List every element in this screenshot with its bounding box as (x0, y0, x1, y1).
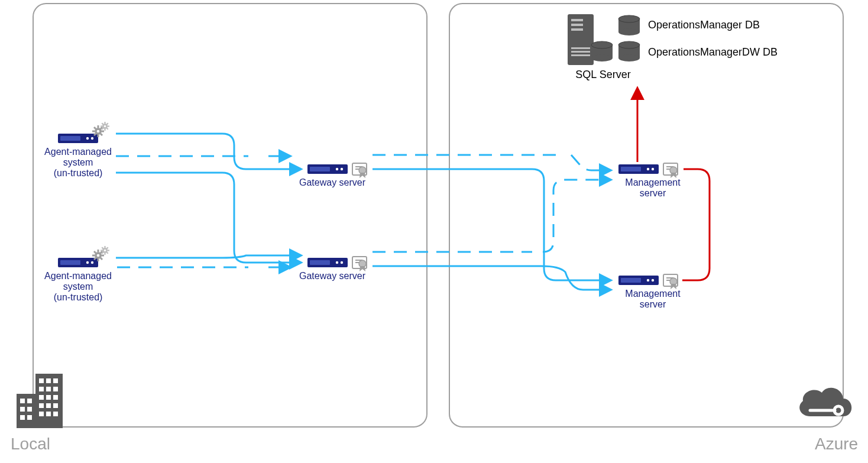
svg-text:system: system (63, 281, 93, 292)
svg-rect-74 (571, 54, 590, 56)
svg-rect-36 (53, 378, 58, 383)
agent-managed-system-1: Agent-managed system (un-trusted) (44, 122, 112, 178)
svg-rect-41 (46, 395, 51, 400)
svg-rect-54 (27, 415, 32, 420)
svg-text:server: server (640, 299, 666, 309)
svg-rect-50 (27, 399, 32, 403)
svg-rect-43 (39, 403, 44, 408)
gateway-server-2: Gateway server (299, 257, 367, 281)
azure-zone-label: Azure (815, 435, 858, 453)
svg-rect-53 (20, 415, 25, 420)
svg-rect-70 (571, 24, 583, 26)
svg-text:SQL Server: SQL Server (575, 69, 630, 80)
svg-rect-69 (571, 19, 583, 21)
svg-rect-35 (46, 378, 51, 383)
svg-rect-42 (53, 395, 58, 400)
svg-rect-37 (39, 387, 44, 391)
architecture-diagram: Local Azure Agent-managed system (un-tru… (0, 0, 868, 463)
management-server-2: Management server (618, 274, 681, 309)
svg-rect-45 (53, 403, 58, 408)
building-icon (17, 374, 63, 428)
svg-text:Agent-managed: Agent-managed (44, 271, 112, 281)
azure-zone-box (449, 4, 843, 427)
svg-rect-52 (27, 407, 32, 412)
svg-rect-49 (20, 399, 25, 403)
svg-text:(un-trusted): (un-trusted) (54, 292, 103, 302)
svg-rect-73 (571, 51, 590, 53)
svg-text:server: server (640, 188, 666, 198)
svg-text:Gateway server: Gateway server (299, 271, 366, 281)
svg-rect-51 (20, 407, 25, 412)
svg-rect-72 (571, 47, 590, 49)
svg-rect-47 (46, 412, 51, 416)
database-icon (618, 41, 640, 61)
flow-gateways-to-mgmt (373, 155, 610, 290)
local-zone-box (33, 4, 427, 427)
svg-rect-33 (17, 394, 37, 428)
svg-rect-48 (53, 412, 58, 416)
svg-rect-40 (39, 395, 44, 400)
local-zone-label: Local (11, 435, 50, 453)
svg-rect-34 (39, 378, 44, 383)
svg-rect-44 (46, 403, 51, 408)
svg-text:OperationsManagerDW DB: OperationsManagerDW DB (648, 46, 778, 58)
svg-rect-38 (46, 387, 51, 391)
svg-text:system: system (63, 157, 93, 167)
svg-text:OperationsManager DB: OperationsManager DB (648, 19, 760, 31)
gateway-server-1: Gateway server (299, 163, 367, 187)
svg-text:Agent-managed: Agent-managed (44, 147, 112, 157)
svg-rect-71 (571, 28, 583, 31)
database-icon (591, 41, 613, 61)
management-server-1: Management server (618, 163, 681, 198)
svg-text:Gateway server: Gateway server (299, 177, 366, 187)
sql-server-cluster: SQL Server OperationsManager DB Operatio… (568, 14, 778, 80)
database-icon (618, 15, 640, 35)
flow-agents-to-gateways (116, 134, 300, 273)
svg-text:(un-trusted): (un-trusted) (54, 168, 103, 178)
svg-text:Management: Management (625, 177, 681, 187)
svg-text:Management: Management (625, 289, 681, 299)
server-tower-icon (568, 14, 594, 65)
svg-rect-68 (568, 14, 594, 65)
agent-managed-system-2: Agent-managed system (un-trusted) (44, 246, 112, 302)
cloud-icon (799, 388, 851, 416)
svg-rect-39 (53, 387, 58, 391)
svg-rect-46 (39, 412, 44, 416)
